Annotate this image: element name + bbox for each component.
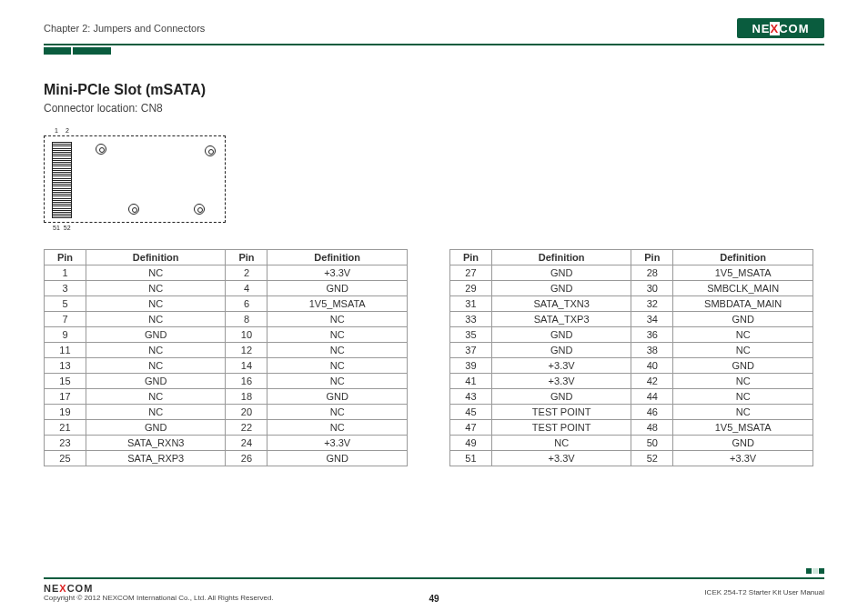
- pin-cell: 43: [450, 389, 492, 405]
- definition-cell: TEST POINT: [491, 420, 631, 436]
- pin-cell: 18: [226, 389, 267, 405]
- pin-cell: 48: [631, 420, 673, 436]
- definition-cell: GND: [86, 327, 226, 343]
- table-row: 45TEST POINT46NC: [450, 405, 813, 420]
- definition-cell: GND: [673, 436, 813, 451]
- pin-cell: 17: [45, 389, 86, 405]
- footer-logo-post: COM: [67, 583, 94, 594]
- definition-cell: NC: [673, 389, 813, 405]
- logo-text-pre: NE: [752, 22, 770, 35]
- pin-label-51: 51: [53, 225, 60, 231]
- th-pin: Pin: [45, 250, 86, 265]
- definition-cell: TEST POINT: [491, 405, 631, 420]
- pin-table-left: Pin Definition Pin Definition 1NC2+3.3V3…: [44, 249, 408, 466]
- pin-cell: 1: [45, 265, 86, 281]
- definition-cell: GND: [86, 420, 226, 436]
- pin-cell: 24: [226, 436, 267, 451]
- pin-cell: 5: [45, 296, 86, 312]
- mounting-hole-icon: [128, 204, 139, 215]
- definition-cell: GND: [267, 451, 408, 466]
- definition-cell: NC: [267, 312, 408, 327]
- definition-cell: +3.3V: [673, 451, 813, 466]
- table-row: 15GND16NC: [45, 374, 408, 389]
- footer-logo-x: X: [59, 583, 66, 594]
- definition-cell: GND: [673, 312, 813, 327]
- pin-cell: 8: [226, 312, 267, 327]
- table-row: 47TEST POINT481V5_MSATA: [450, 420, 813, 436]
- definition-cell: GND: [491, 389, 631, 405]
- pin-cell: 16: [226, 374, 267, 389]
- chapter-title: Chapter 2: Jumpers and Connectors: [44, 23, 205, 34]
- pin-cell: 51: [450, 451, 492, 466]
- table-row: 43GND44NC: [450, 389, 813, 405]
- definition-cell: SATA_RXP3: [86, 451, 226, 466]
- manual-title: ICEK 254-T2 Starter Kit User Manual: [704, 588, 824, 596]
- table-row: 5NC61V5_MSATA: [45, 296, 408, 312]
- pin-label-52: 52: [64, 225, 71, 231]
- definition-cell: NC: [86, 389, 226, 405]
- table-row: 3NC4GND: [45, 281, 408, 296]
- table-row: 25SATA_RXP326GND: [45, 451, 408, 466]
- pin-cell: 42: [631, 374, 673, 389]
- th-def: Definition: [673, 250, 813, 265]
- mounting-hole-icon: [194, 204, 205, 215]
- definition-cell: +3.3V: [491, 358, 631, 374]
- pin-label-2: 2: [66, 127, 69, 134]
- header-rule: [44, 44, 824, 45]
- definition-cell: GND: [491, 265, 631, 281]
- definition-cell: NC: [267, 358, 408, 374]
- page-number: 49: [429, 594, 439, 604]
- definition-cell: SMBDATA_MAIN: [673, 296, 813, 312]
- definition-cell: GND: [491, 281, 631, 296]
- pin-cell: 44: [631, 389, 673, 405]
- table-row: 39+3.3V40GND: [450, 358, 813, 374]
- definition-cell: GND: [267, 281, 408, 296]
- pin-cell: 7: [45, 312, 86, 327]
- footer-accent-icon: [806, 568, 824, 574]
- definition-cell: SATA_RXN3: [86, 436, 226, 451]
- pin-cell: 20: [226, 405, 267, 420]
- table-row: 7NC8NC: [45, 312, 408, 327]
- table-row: 31SATA_TXN332SMBDATA_MAIN: [450, 296, 813, 312]
- pin-cell: 35: [450, 327, 492, 343]
- th-def: Definition: [86, 250, 226, 265]
- th-pin: Pin: [226, 250, 267, 265]
- table-row: 23SATA_RXN324+3.3V: [45, 436, 408, 451]
- footer-rule: [44, 577, 824, 579]
- pin-cell: 41: [450, 374, 492, 389]
- definition-cell: 1V5_MSATA: [267, 296, 408, 312]
- pin-cell: 30: [631, 281, 673, 296]
- definition-cell: 1V5_MSATA: [673, 265, 813, 281]
- pin-cell: 6: [226, 296, 267, 312]
- definition-cell: +3.3V: [491, 374, 631, 389]
- pin-cell: 31: [450, 296, 492, 312]
- table-row: 49NC50GND: [450, 436, 813, 451]
- mounting-hole-icon: [205, 145, 216, 156]
- logo-text-post: COM: [779, 22, 809, 35]
- definition-cell: NC: [86, 358, 226, 374]
- th-pin: Pin: [450, 250, 492, 265]
- table-row: 21GND22NC: [45, 420, 408, 436]
- table-row: 27GND281V5_MSATA: [450, 265, 813, 281]
- pin-tables: Pin Definition Pin Definition 1NC2+3.3V3…: [44, 249, 824, 466]
- pin-cell: 50: [631, 436, 673, 451]
- pin-rail-icon: [52, 142, 72, 218]
- pin-cell: 34: [631, 312, 673, 327]
- definition-cell: NC: [86, 265, 226, 281]
- th-def: Definition: [267, 250, 408, 265]
- table-row: 17NC18GND: [45, 389, 408, 405]
- section-title: Mini-PCIe Slot (mSATA): [44, 82, 824, 98]
- pin-cell: 10: [226, 327, 267, 343]
- pin-cell: 49: [450, 436, 492, 451]
- definition-cell: NC: [267, 420, 408, 436]
- section-subtitle: Connector location: CN8: [44, 102, 824, 115]
- definition-cell: NC: [267, 374, 408, 389]
- definition-cell: NC: [267, 343, 408, 358]
- th-def: Definition: [491, 250, 631, 265]
- pin-cell: 47: [450, 420, 492, 436]
- definition-cell: NC: [86, 312, 226, 327]
- pin-cell: 21: [45, 420, 86, 436]
- definition-cell: GND: [86, 374, 226, 389]
- pin-label-1: 1: [55, 127, 58, 134]
- pin-cell: 32: [631, 296, 673, 312]
